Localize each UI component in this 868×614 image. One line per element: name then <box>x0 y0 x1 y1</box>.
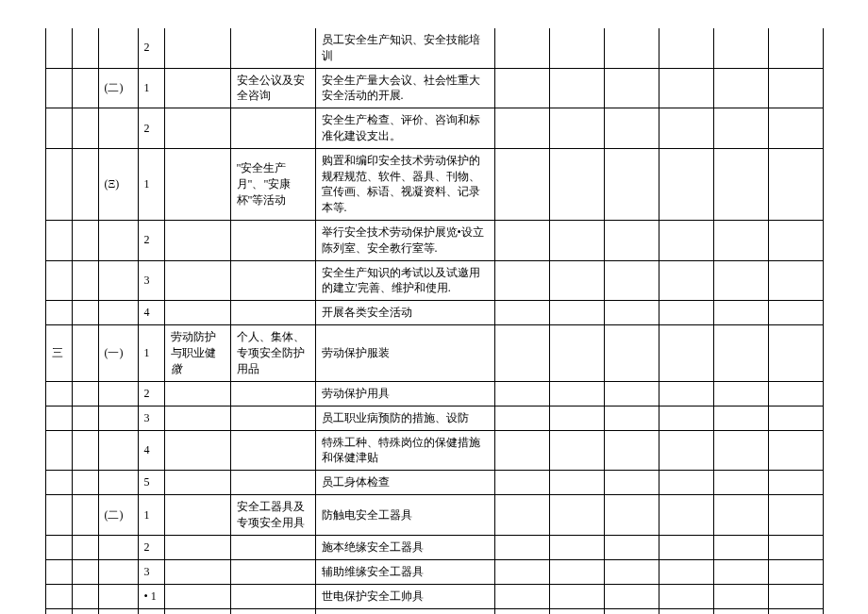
cell-i <box>549 608 604 614</box>
cell-j <box>604 471 659 495</box>
cell-m <box>768 108 823 149</box>
cell-l <box>713 608 768 614</box>
cell-a <box>45 535 72 559</box>
table-row: (二)1安全工器具及专项安全用具防触电安全工器具 <box>45 495 823 536</box>
cell-j <box>604 406 659 430</box>
cell-k <box>659 608 713 614</box>
table-row: 5员工身体检查 <box>45 471 823 495</box>
cell-a <box>45 148 72 220</box>
cell-b <box>72 584 98 608</box>
cell-m <box>768 535 823 559</box>
cell-a: 三 <box>45 325 72 381</box>
cell-e: 劳动防护与职业健微 <box>164 325 230 381</box>
cell-l <box>713 28 768 68</box>
cell-g: 员工职业病预防的措施、设防 <box>315 406 494 430</box>
cell-m <box>768 68 823 108</box>
cell-f <box>230 430 315 471</box>
cell-k <box>659 220 713 260</box>
table-row: 3辅助维缘安全工器具 <box>45 559 823 584</box>
cell-e <box>164 260 230 301</box>
cell-b <box>72 148 98 220</box>
cell-i <box>549 535 604 559</box>
cell-h <box>494 495 549 536</box>
cell-j <box>604 260 659 301</box>
cell-e <box>164 471 230 495</box>
cell-b <box>72 301 98 325</box>
cell-d: 3 <box>138 559 164 584</box>
cell-g: 安全生产检查、评价、咨询和标准化建设支出。 <box>315 108 494 149</box>
cell-j <box>604 68 659 108</box>
cell-f <box>230 471 315 495</box>
cell-h <box>494 301 549 325</box>
cell-h <box>494 535 549 559</box>
cell-g: 辅助维缘安全工器具 <box>315 559 494 584</box>
cell-d: • 1 <box>138 584 164 608</box>
table-row: 2安全生产检查、评价、咨询和标准化建设支出。 <box>45 108 823 149</box>
cell-k <box>659 495 713 536</box>
cell-d: 2 <box>138 108 164 149</box>
table-row: 2劳动保护用具 <box>45 381 823 406</box>
cell-c <box>98 108 138 149</box>
cell-b <box>72 430 98 471</box>
cell-e <box>164 608 230 614</box>
cell-d <box>138 608 164 614</box>
cell-d: 4 <box>138 301 164 325</box>
cell-h <box>494 406 549 430</box>
cell-b <box>72 406 98 430</box>
cell-i <box>549 325 604 381</box>
cell-i <box>549 220 604 260</box>
table-row: 防高处坠落、物体打击的安全工器具 <box>45 608 823 614</box>
cell-d: 1 <box>138 325 164 381</box>
cell-m <box>768 495 823 536</box>
cell-k <box>659 381 713 406</box>
cell-f <box>230 260 315 301</box>
cell-b <box>72 381 98 406</box>
cell-j <box>604 28 659 68</box>
cell-b <box>72 535 98 559</box>
cell-d: 4 <box>138 430 164 471</box>
cell-m <box>768 471 823 495</box>
cell-m <box>768 559 823 584</box>
cell-k <box>659 28 713 68</box>
table-row: (Ξ)1"安全生产月"、"安康杯"等活动购置和编印安全技术劳动保护的规程规范、软… <box>45 148 823 220</box>
cell-a <box>45 559 72 584</box>
cell-f <box>230 559 315 584</box>
cell-l <box>713 406 768 430</box>
cell-h <box>494 381 549 406</box>
cell-g: 购置和编印安全技术劳动保护的规程规范、软件、器具、刊物、宣传画、标语、视凝资料、… <box>315 148 494 220</box>
cell-a <box>45 584 72 608</box>
cell-d: 1 <box>138 148 164 220</box>
cell-b <box>72 108 98 149</box>
cell-i <box>549 28 604 68</box>
cell-d: 3 <box>138 406 164 430</box>
cell-g: 开展各类安全活动 <box>315 301 494 325</box>
cell-l <box>713 535 768 559</box>
cell-h <box>494 559 549 584</box>
cell-i <box>549 108 604 149</box>
cell-a <box>45 301 72 325</box>
cell-k <box>659 471 713 495</box>
cell-e <box>164 301 230 325</box>
cell-e <box>164 559 230 584</box>
cell-c <box>98 559 138 584</box>
cell-l <box>713 325 768 381</box>
cell-f: 个人、集体、专项安全防护用品 <box>230 325 315 381</box>
cell-f <box>230 608 315 614</box>
cell-d: 3 <box>138 260 164 301</box>
cell-k <box>659 430 713 471</box>
cell-c: (一) <box>98 325 138 381</box>
cell-h <box>494 148 549 220</box>
cell-c <box>98 584 138 608</box>
cell-b <box>72 495 98 536</box>
cell-c: (Ξ) <box>98 148 138 220</box>
cell-e <box>164 406 230 430</box>
cell-k <box>659 148 713 220</box>
cell-c <box>98 406 138 430</box>
cell-l <box>713 584 768 608</box>
cell-c: (二) <box>98 68 138 108</box>
cell-f <box>230 535 315 559</box>
cell-l <box>713 260 768 301</box>
cell-c <box>98 471 138 495</box>
cell-a <box>45 381 72 406</box>
cell-f <box>230 584 315 608</box>
